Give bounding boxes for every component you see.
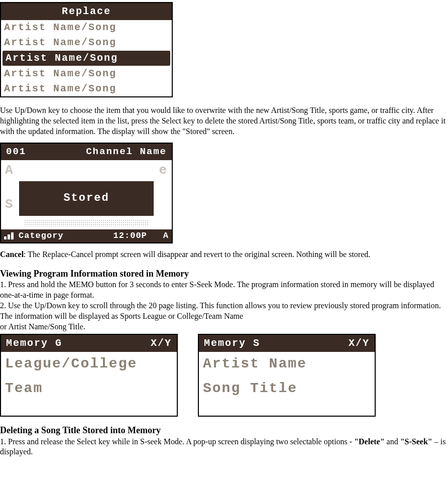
replace-list-item[interactable]: Artist Name/Song [1,20,172,35]
progress-indicator [24,219,149,226]
paragraph-replace-instructions: Use Up/Down key to choose the item that … [0,105,448,137]
faint-text: e [159,162,168,179]
memory-g-header: Memory G X/Y [1,335,177,352]
replace-list-item[interactable]: Artist Name/Song [3,51,170,66]
memory-g-line2: Team [1,376,177,401]
memory-screen-s: Memory S X/Y Artist Name Song Title [198,334,376,417]
stored-overlay: Stored [18,180,155,217]
delete-bold-1: "Delete" [354,437,384,446]
faint-text: A [5,162,14,179]
replace-list-item[interactable]: Artist Name/Song [1,35,172,50]
cancel-text: : The Replace-Cancel prompt screen will … [24,250,370,259]
paragraph-cancel: Cancel: The Replace-Cancel prompt screen… [0,249,448,260]
footer-category: Category [19,230,64,241]
section-heading-deleting: Deleting a Song Title Stored into Memory [0,425,448,436]
memory-s-line1: Artist Name [199,352,375,376]
memory-g-header-right: X/Y [151,337,172,350]
stored-screen-footer: Category 12:00P A [1,229,172,242]
memory-g-line1: League/College [1,352,177,376]
stored-screen: 001 Channel Name A e S Stored Category 1… [0,143,173,243]
replace-screen: Replace Artist Name/SongArtist Name/Song… [0,2,173,97]
delete-text-b: and [385,437,400,446]
replace-list-item[interactable]: Artist Name/Song [1,66,172,81]
signal-bars-icon [4,232,14,239]
memory-g-header-left: Memory G [6,337,62,350]
delete-step-1: 1. Press and release the Select key whil… [0,437,448,458]
footer-mode: A [163,230,169,241]
replace-list-item[interactable]: Artist Name/Song [1,81,172,96]
view-step-1: 1. Press and hold the MEMO button for 3 … [0,280,448,301]
stored-screen-header: 001 Channel Name [1,144,172,160]
channel-name-label: Channel Name [86,146,167,158]
channel-number: 001 [6,146,26,158]
delete-text-a: 1. Press and release the Select key whil… [0,437,354,446]
memory-s-header-left: Memory S [204,337,260,350]
section-heading-viewing: Viewing Program Information stored in Me… [0,268,448,280]
faint-text: S [5,196,14,213]
memory-s-line2: Song Title [199,376,375,401]
view-step-2b: or Artist Name/Song Title. [0,322,448,332]
footer-time: 12:00P [114,230,147,241]
memory-screen-g: Memory G X/Y League/College Team [0,334,178,417]
delete-bold-2: "S-Seek" [400,437,432,446]
replace-screen-title: Replace [1,3,172,20]
memory-s-header-right: X/Y [349,337,370,350]
view-step-2: 2. Use the Up/Down key to scroll through… [0,301,448,322]
cancel-label: Cancel [0,250,24,259]
memory-s-header: Memory S X/Y [199,335,375,352]
stored-screen-body: A e S Stored [1,160,172,229]
